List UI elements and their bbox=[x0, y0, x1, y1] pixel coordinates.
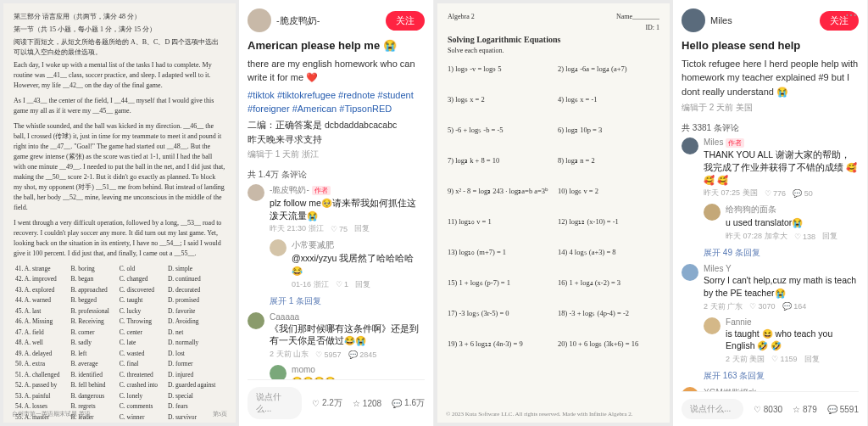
post-meta: 编辑于 2 天前 美国 bbox=[682, 102, 859, 114]
ws-p1: Each day, I woke up with a mental list o… bbox=[14, 60, 225, 91]
heart-icon: ♡ bbox=[312, 399, 320, 408]
comment-replies[interactable]: 50 bbox=[804, 189, 813, 198]
comment: Miles Y Sorry I can't help,cuz my math i… bbox=[682, 264, 859, 311]
comment-likes[interactable]: 1 bbox=[344, 280, 348, 289]
fav-button[interactable]: ☆879 bbox=[793, 405, 817, 414]
comment-text: u used translator😭 bbox=[726, 216, 859, 229]
comment-author[interactable]: Fannie bbox=[726, 317, 859, 327]
like-button[interactable]: ♡2.2万 bbox=[312, 397, 342, 409]
comment-avatar[interactable] bbox=[270, 239, 287, 256]
ws-p4: I went through a very difficult operatio… bbox=[14, 218, 225, 259]
comment-author[interactable]: Miles Y bbox=[704, 264, 859, 273]
post-title: Hello please send help bbox=[682, 39, 859, 53]
fav-count: 1208 bbox=[363, 399, 381, 408]
post-extra1: 二编：正确答案是 dcbdaddabcacabc bbox=[248, 120, 425, 132]
comment-replies[interactable]: 2845 bbox=[359, 350, 376, 359]
expand-replies[interactable]: 展开 1 条回复 bbox=[270, 295, 425, 307]
ws-instr: Solve each equation. bbox=[448, 46, 659, 55]
expand-replies[interactable]: 展开 163 条回复 bbox=[704, 370, 859, 382]
comment-likes[interactable]: 75 bbox=[339, 225, 348, 233]
comment-author[interactable]: Caaaaa bbox=[270, 312, 425, 322]
ws-footer: 台州市第一英语期末试题 英语 第5页 bbox=[12, 411, 227, 419]
like-count: 2.2万 bbox=[322, 397, 342, 409]
comment-author[interactable]: 小常要减肥 bbox=[292, 239, 425, 251]
comments-count: 共 1.4万 条评论 bbox=[248, 169, 425, 181]
post-side-pane: -脆皮鸭奶- 关注 American please help me 😭 ther… bbox=[239, 0, 433, 426]
comment-button[interactable]: 💬5591 bbox=[827, 405, 859, 414]
comment-time: 昨天 07:25 美国 bbox=[704, 188, 758, 199]
reply-comment: Fannie is taught 😆 who teach you English… bbox=[704, 317, 859, 365]
comment-likes[interactable]: 5957 bbox=[325, 350, 342, 359]
post-footer: 说点什么... ♡2.2万 ☆1208 💬1.6万 bbox=[248, 379, 425, 423]
heart-icon: ♡ bbox=[754, 405, 761, 414]
comment-avatar[interactable] bbox=[682, 264, 698, 281]
comment-time: 昨天 07:28 加拿大 bbox=[726, 231, 787, 242]
comment-avatar[interactable] bbox=[248, 184, 264, 201]
post-right: Algebra 2Name________ ID: 1 Solving Loga… bbox=[434, 0, 868, 426]
comment-text: Sorry I can't help,cuz my math is teach … bbox=[704, 274, 859, 299]
post-body: Tictok refugee here I herd people help w… bbox=[682, 57, 859, 99]
reply-button[interactable]: 回复 bbox=[804, 354, 820, 365]
ws-p2: As I __43__ the center of the field, I _… bbox=[14, 96, 225, 116]
comment-likes[interactable]: 3070 bbox=[759, 302, 776, 311]
ws-footer-left: 台州市第一英语期末试题 英语 bbox=[12, 411, 91, 419]
like-button[interactable]: ♡8030 bbox=[754, 405, 782, 414]
post-left: 第三部分 语言应用（共两节，满分 48 分） 第一节（共 15 小题，每小题 1… bbox=[0, 0, 434, 426]
ws-copyright: © 2023 Kuta Software LLC. All rights res… bbox=[446, 411, 633, 419]
star-icon: ☆ bbox=[353, 399, 360, 408]
comment: Miles 作者 THANK YOU ALL 谢谢大家的帮助，我完成了作业并获得… bbox=[682, 137, 859, 199]
reply-button[interactable]: 回复 bbox=[822, 231, 837, 242]
comment-count: 1.6万 bbox=[404, 397, 425, 409]
comment: Caaaaa 《我们那时候哪有这条件啊》还是到有一天你是否做过😂😭 2 天前 山… bbox=[248, 312, 425, 360]
comment-text: THANK YOU ALL 谢谢大家的帮助，我完成了作业并获得了不错的成绩 🥰 … bbox=[704, 149, 859, 186]
comment-author[interactable]: 给狗狗的面条 bbox=[726, 204, 859, 216]
author-name[interactable]: Miles bbox=[710, 15, 815, 25]
expand-replies[interactable]: 展开 49 条回复 bbox=[704, 247, 859, 259]
reply-comment: 小常要减肥 @xxxi/yzyu 我居然了哈哈哈哈😂 01-16 浙江♡ 1回复 bbox=[270, 239, 425, 289]
comment-replies[interactable]: 164 bbox=[793, 302, 806, 311]
comment-avatar[interactable] bbox=[704, 204, 721, 221]
comment-input[interactable]: 说点什么... bbox=[248, 387, 302, 419]
comment-text: @xxxi/yzyu 我居然了哈哈哈哈😂 bbox=[292, 252, 425, 277]
reply-button[interactable]: 回复 bbox=[354, 223, 370, 234]
english-worksheet: 第三部分 语言应用（共两节，满分 48 分） 第一节（共 15 小题，每小题 1… bbox=[3, 3, 236, 423]
comment: -脆皮鸭奶- 作者 plz follow me🥺请来帮我如何抓住这泼天流量😭 昨… bbox=[248, 184, 425, 234]
post-image-pane: 第三部分 语言应用（共两节，满分 48 分） 第一节（共 15 小题，每小题 1… bbox=[0, 0, 239, 426]
comment-text: is taught 😆 who teach you English 🤣 🤣 bbox=[726, 328, 859, 352]
post-title: American please help me 😭 bbox=[248, 39, 425, 53]
comment-text: plz follow me🥺请来帮我如何抓住这泼天流量😭 bbox=[270, 197, 425, 221]
comment-time: 2 天前 广东 bbox=[704, 301, 743, 312]
comment-button[interactable]: 💬1.6万 bbox=[392, 397, 425, 409]
comment-avatar[interactable] bbox=[682, 137, 698, 154]
ws-section-header: 第三部分 语言应用（共两节，满分 48 分） bbox=[14, 12, 225, 21]
ws-footer-right: 第5页 bbox=[213, 411, 228, 419]
comment-avatar[interactable] bbox=[248, 312, 264, 329]
comment-avatar[interactable] bbox=[704, 317, 721, 334]
post-image-pane: Algebra 2Name________ ID: 1 Solving Loga… bbox=[434, 0, 673, 426]
more-icon[interactable]: ⋯ bbox=[845, 8, 857, 22]
author-name[interactable]: -脆皮鸭奶- bbox=[276, 14, 381, 27]
ws-sub2: 阅读下面短文，从短文所给各题所给的 A、B、C、D 四个选项中选出可以填入空白处… bbox=[14, 37, 225, 56]
comment-author[interactable]: Miles bbox=[704, 137, 723, 147]
follow-button[interactable]: 关注 bbox=[386, 11, 425, 31]
comment-author[interactable]: momo bbox=[292, 365, 425, 374]
post-extra2: 昨天晚来寻求支持 bbox=[248, 134, 425, 146]
comment-author[interactable]: -脆皮鸭奶- bbox=[270, 185, 309, 194]
post-footer: 说点什么... ♡8030 ☆879 💬5591 bbox=[682, 391, 859, 423]
comment-count: 5591 bbox=[840, 405, 859, 414]
fav-button[interactable]: ☆1208 bbox=[353, 399, 381, 408]
comment-input[interactable]: 说点什么... bbox=[682, 399, 743, 419]
comment-avatar[interactable] bbox=[270, 365, 287, 379]
comment-time: 2 天前 山东 bbox=[270, 349, 309, 360]
comment-likes[interactable]: 776 bbox=[773, 189, 786, 198]
like-count: 8030 bbox=[764, 405, 782, 414]
comment-likes[interactable]: 1159 bbox=[781, 355, 798, 363]
reply-button[interactable]: 回复 bbox=[355, 279, 370, 290]
post-header: Miles 关注 bbox=[682, 8, 859, 32]
comment-likes[interactable]: 138 bbox=[803, 233, 815, 241]
author-avatar[interactable] bbox=[248, 8, 271, 32]
post-header: -脆皮鸭奶- 关注 bbox=[248, 8, 425, 32]
post-tags[interactable]: #tiktok #tiktokrefugee #rednote #student… bbox=[248, 88, 425, 116]
post-meta: 编辑于 1 天前 浙江 bbox=[248, 149, 425, 160]
author-avatar[interactable] bbox=[682, 8, 705, 32]
